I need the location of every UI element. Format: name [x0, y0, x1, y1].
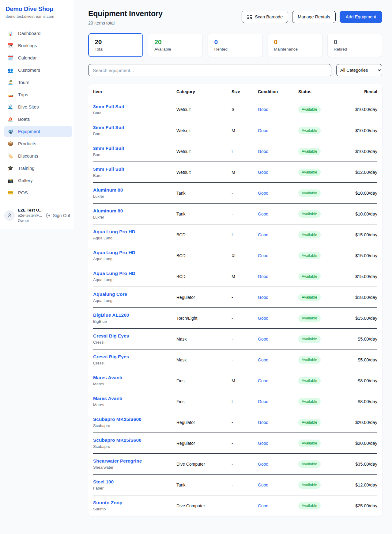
item-rental: $18.00/day [341, 295, 377, 300]
item-name-link[interactable]: 3mm Full Suit [93, 146, 124, 151]
item-name-link[interactable]: Shearwater Peregrine [93, 458, 142, 463]
sidebar-item-pos[interactable]: 💳 POS [4, 187, 72, 198]
item-name-link[interactable]: Aluminum 80 [93, 208, 123, 213]
item-name-link[interactable]: 5mm Full Suit [93, 166, 124, 172]
item-category: Wetsuit [176, 170, 232, 175]
condition-cell: Good [258, 253, 298, 258]
item-condition-link[interactable]: Good [258, 107, 268, 112]
item-name-link[interactable]: Cressi Big Eyes [93, 333, 129, 338]
item-rental: $10.00/day [341, 128, 377, 133]
sidebar-item-label: Boats [18, 116, 30, 122]
stat-card-available[interactable]: 20 Available [148, 33, 203, 57]
sidebar-item-tours[interactable]: 🏝️ Tours [4, 77, 72, 88]
item-condition-link[interactable]: Good [258, 420, 268, 425]
search-input[interactable] [88, 64, 331, 76]
item-name-link[interactable]: Aqua Lung Pro HD [93, 229, 135, 234]
add-equipment-button[interactable]: Add Equipment [340, 11, 382, 23]
item-condition-link[interactable]: Good [258, 212, 268, 216]
stat-value: 0 [214, 38, 256, 46]
stat-value: 0 [274, 38, 316, 46]
sign-out-button[interactable]: Sign Out [46, 213, 70, 218]
item-rental: $5.00/day [341, 357, 377, 362]
item-name-link[interactable]: Aluminum 80 [93, 187, 123, 193]
sidebar-item-bookings[interactable]: 📅 Bookings [4, 40, 72, 51]
item-category: Mask [176, 357, 232, 362]
category-select[interactable]: All Categories [336, 64, 382, 76]
item-name-link[interactable]: Steel 100 [93, 479, 114, 484]
table-row: Steel 100 Faber Tank - Good Available $1… [93, 474, 377, 495]
item-condition-link[interactable]: Good [258, 295, 268, 300]
item-condition-link[interactable]: Good [258, 316, 268, 321]
item-condition-link[interactable]: Good [258, 170, 268, 175]
sidebar-item-dashboard[interactable]: 📊 Dashboard [4, 28, 72, 39]
item-name-link[interactable]: Suunto Zoop [93, 500, 123, 505]
item-condition-link[interactable]: Good [258, 337, 268, 341]
stat-card-retired[interactable]: 0 Retired [327, 33, 382, 57]
sidebar-item-customers[interactable]: 👥 Customers [4, 64, 72, 76]
item-condition-link[interactable]: Good [258, 128, 268, 133]
item-name-link[interactable]: 3mm Full Suit [93, 125, 124, 130]
item-name-link[interactable]: Cressi Big Eyes [93, 354, 129, 359]
item-size: L [232, 149, 258, 154]
item-rental: $8.00/day [341, 378, 377, 383]
item-condition-link[interactable]: Good [258, 253, 268, 258]
sidebar-item-training[interactable]: 🎓 Training [4, 162, 72, 174]
sidebar-item-trips[interactable]: 🚤 Trips [4, 89, 72, 100]
item-rental: $10.00/day [341, 149, 377, 154]
item-condition-link[interactable]: Good [258, 274, 268, 279]
item-size: - [232, 337, 258, 341]
item-condition-link[interactable]: Good [258, 483, 268, 487]
item-name-link[interactable]: Aqua Lung Pro HD [93, 250, 135, 255]
status-badge: Available [298, 169, 321, 176]
item-size: M [232, 378, 258, 383]
stat-value: 20 [154, 38, 196, 46]
scan-barcode-button[interactable]: Scan Barcode [242, 11, 288, 23]
stat-card-rented[interactable]: 0 Rented [208, 33, 262, 57]
item-rental: $20.00/day [341, 420, 377, 425]
item-cell: Cressi Big Eyes Cressi [93, 354, 176, 365]
item-condition-link[interactable]: Good [258, 149, 268, 154]
item-condition-link[interactable]: Good [258, 399, 268, 404]
item-rental: $10.00/day [341, 107, 377, 112]
item-condition-link[interactable]: Good [258, 232, 268, 237]
sidebar-item-gallery[interactable]: 📸 Gallery [4, 175, 72, 186]
item-condition-link[interactable]: Good [258, 441, 268, 446]
item-name-link[interactable]: Mares Avanti [93, 375, 122, 380]
sidebar-item-discounts[interactable]: 🏷️ Discounts [4, 150, 72, 162]
status-badge: Available [298, 398, 321, 405]
status-badge: Available [298, 335, 321, 343]
item-condition-link[interactable]: Good [258, 378, 268, 383]
status-cell: Available [298, 502, 341, 509]
status-badge: Available [298, 273, 321, 280]
item-condition-link[interactable]: Good [258, 191, 268, 196]
table-row: Aqua Lung Pro HD Aqua Lung BCD L Good Av… [93, 224, 377, 245]
sidebar-item-equipment[interactable]: 🤿 Equipment [4, 126, 72, 137]
stat-card-maintenance[interactable]: 0 Maintenance [268, 33, 322, 57]
item-condition-link[interactable]: Good [258, 503, 268, 508]
item-name-link[interactable]: Aqua Lung Pro HD [93, 271, 135, 276]
manage-rentals-button[interactable]: Manage Rentals [292, 11, 336, 23]
item-condition-link[interactable]: Good [258, 462, 268, 467]
item-category: Fins [176, 399, 232, 404]
sidebar-item-dive-sites[interactable]: 🌊 Dive Sites [4, 101, 72, 113]
sidebar-item-boats[interactable]: ⛵ Boats [4, 113, 72, 125]
status-cell: Available [298, 398, 341, 405]
item-size: - [232, 462, 258, 467]
item-name-link[interactable]: Scubapro MK25/S600 [93, 417, 141, 422]
item-condition-link[interactable]: Good [258, 357, 268, 362]
condition-cell: Good [258, 149, 298, 154]
item-name-link[interactable]: 3mm Full Suit [93, 104, 124, 109]
item-category: Dive Computer [176, 462, 232, 467]
stat-card-total[interactable]: 20 Total [88, 33, 143, 57]
condition-cell: Good [258, 441, 298, 446]
condition-cell: Good [258, 107, 298, 112]
item-name-link[interactable]: Aqualung Core [93, 292, 127, 297]
item-name-link[interactable]: Mares Avanti [93, 396, 122, 401]
sidebar-item-calendar[interactable]: 🗓️ Calendar [4, 52, 72, 63]
item-name-link[interactable]: BigBlue AL1200 [93, 312, 129, 318]
column-header-size: Size [232, 89, 258, 94]
status-badge: Available [298, 481, 321, 489]
sidebar-item-products[interactable]: 📦 Products [4, 138, 72, 149]
item-name-link[interactable]: Scubapro MK25/S600 [93, 437, 141, 443]
status-badge: Available [298, 210, 321, 218]
